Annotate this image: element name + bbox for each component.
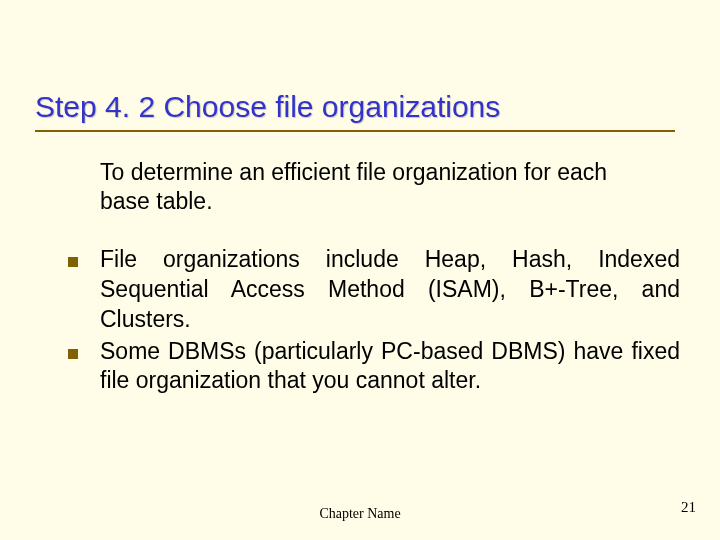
slide: Step 4. 2 Choose file organizations To d… — [0, 0, 720, 540]
list-item: File organizations include Heap, Hash, I… — [68, 245, 680, 335]
bullet-list: File organizations include Heap, Hash, I… — [0, 217, 720, 396]
page-number: 21 — [681, 499, 696, 516]
list-item: Some DBMSs (particularly PC-based DBMS) … — [68, 337, 680, 397]
title-area: Step 4. 2 Choose file organizations — [0, 0, 720, 138]
slide-title: Step 4. 2 Choose file organizations — [35, 90, 720, 124]
title-underline — [35, 130, 675, 132]
intro-text: To determine an efficient file organizat… — [0, 138, 720, 217]
square-bullet-icon — [68, 257, 78, 267]
footer-chapter: Chapter Name — [0, 506, 720, 522]
bullet-text: Some DBMSs (particularly PC-based DBMS) … — [100, 337, 680, 397]
bullet-text: File organizations include Heap, Hash, I… — [100, 245, 680, 335]
square-bullet-icon — [68, 349, 78, 359]
